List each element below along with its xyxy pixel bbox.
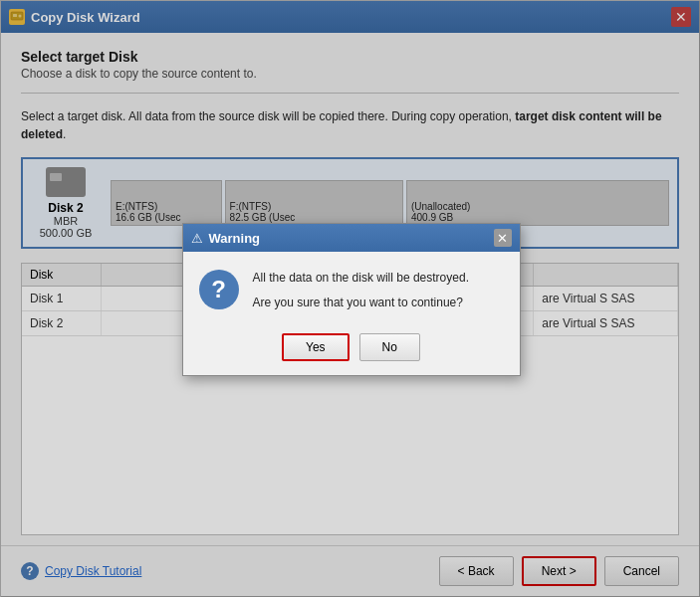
dialog-overlay: ⚠ Warning ✕ ? All the data on the disk w… [1,1,700,597]
dialog-title-left: ⚠ Warning [191,231,261,246]
dialog-body: ? All the data on the disk will be destr… [183,252,520,325]
dialog-title-text: Warning [209,231,261,246]
dialog-footer: Yes No [183,325,520,375]
dialog-message-line2: Are you sure that you want to continue? [253,295,504,311]
dialog-title-bar: ⚠ Warning ✕ [183,224,520,252]
warning-dialog: ⚠ Warning ✕ ? All the data on the disk w… [182,223,521,376]
dialog-close-button[interactable]: ✕ [494,229,512,247]
yes-button[interactable]: Yes [282,333,350,361]
dialog-message-line1: All the data on the disk will be destroy… [253,270,504,287]
no-button[interactable]: No [359,333,420,361]
warning-title-icon: ⚠ [191,231,203,246]
dialog-message: All the data on the disk will be destroy… [253,270,504,311]
main-window: Copy Disk Wizard ✕ Select target Disk Ch… [0,0,700,597]
question-icon: ? [199,270,239,309]
